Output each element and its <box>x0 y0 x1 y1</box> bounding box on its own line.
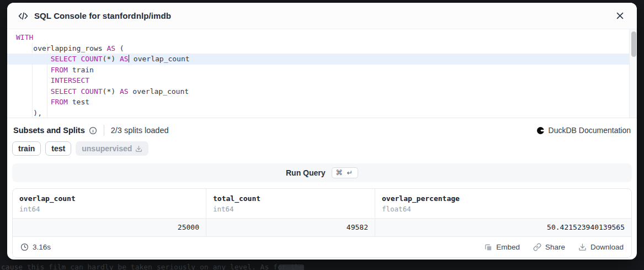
cell-overlap-percentage: 50.421523940139565 <box>375 219 631 236</box>
run-query-label: Run Query <box>286 168 326 177</box>
modal-body: Subsets and Splits 2/3 splits loaded Duc… <box>7 118 637 260</box>
run-query-button[interactable]: Run Query ⌘ ↵ <box>12 163 632 182</box>
split-label: test <box>51 144 65 153</box>
duckdb-documentation-link[interactable]: DuckDB Documentation <box>537 126 631 135</box>
results-header-row: overlap_count int64 total_count int64 ov… <box>13 189 631 218</box>
splits-row: traintestunsupervised <box>12 141 632 156</box>
query-duration-value: 3.16s <box>33 243 51 251</box>
cell-overlap-count: 25000 <box>13 219 206 236</box>
modal-title: SQL Console for stanfordnlp/imdb <box>34 11 171 20</box>
duckdb-documentation-label: DuckDB Documentation <box>549 126 631 135</box>
close-button[interactable] <box>614 10 626 22</box>
modal-header: SQL Console for stanfordnlp/imdb <box>7 3 637 29</box>
background-fragment <box>279 264 304 270</box>
code-line[interactable]: overlapping_rows AS ( <box>7 43 637 54</box>
table-row: 25000 49582 50.421523940139565 <box>13 218 631 236</box>
query-duration: 3.16s <box>20 243 51 251</box>
code-icon <box>18 11 28 21</box>
info-icon[interactable] <box>89 126 97 135</box>
share-label: Share <box>545 243 565 251</box>
embed-button[interactable]: Embed <box>485 243 520 251</box>
code-line[interactable]: FROM test <box>7 97 637 108</box>
cell-total-count: 49582 <box>206 219 375 236</box>
split-label: unsupervised <box>82 144 132 153</box>
split-button-train[interactable]: train <box>12 141 41 156</box>
column-header-overlap-count: overlap_count int64 <box>13 189 206 218</box>
share-link-icon <box>533 243 541 251</box>
code-line[interactable]: ), <box>7 108 637 119</box>
split-label: train <box>18 144 35 153</box>
results-table: overlap_count int64 total_count int64 ov… <box>12 188 632 258</box>
sql-editor[interactable]: WITH overlapping_rows AS ( SELECT COUNT(… <box>7 29 637 118</box>
subsets-row: Subsets and Splits 2/3 splits loaded Duc… <box>12 124 632 136</box>
code-line[interactable]: WITH <box>7 32 637 43</box>
duckdb-logo-icon <box>537 126 545 135</box>
download-button[interactable]: Download <box>578 243 624 251</box>
download-label: Download <box>590 243 624 251</box>
editor-scrollbar <box>629 29 637 118</box>
code-line[interactable]: FROM train <box>7 65 637 76</box>
embed-icon <box>485 243 492 251</box>
results-footer: 3.16s Embed S <box>13 236 631 257</box>
download-icon <box>135 145 142 152</box>
editor-scrollbar-thumb[interactable] <box>631 31 636 57</box>
subsets-label: Subsets and Splits <box>13 126 85 135</box>
embed-label: Embed <box>496 243 520 251</box>
keyboard-shortcut-badge: ⌘ ↵ <box>332 167 358 178</box>
splits-loaded-status: 2/3 splits loaded <box>111 126 169 135</box>
column-header-total-count: total_count int64 <box>206 189 375 218</box>
code-line[interactable]: SELECT COUNT(*) AS overlap_count <box>7 86 637 97</box>
split-button-unsupervised[interactable]: unsupervised <box>76 141 148 156</box>
sql-console-modal: SQL Console for stanfordnlp/imdb WITH ov… <box>7 3 637 260</box>
sql-editor-lines: WITH overlapping_rows AS ( SELECT COUNT(… <box>7 32 637 118</box>
code-line[interactable]: INTERSECT <box>7 75 637 86</box>
divider <box>104 125 104 136</box>
column-header-overlap-percentage: overlap_percentage float64 <box>375 189 631 218</box>
code-line[interactable]: SELECT COUNT(*) AS overlap_count <box>7 54 637 65</box>
split-button-test[interactable]: test <box>45 141 71 156</box>
share-button[interactable]: Share <box>533 243 565 251</box>
clock-icon <box>20 243 29 251</box>
background-page-text: cause this film can hardly be taken seri… <box>1 263 304 270</box>
footer-actions: Embed Share <box>485 243 624 251</box>
download-icon <box>578 243 587 251</box>
